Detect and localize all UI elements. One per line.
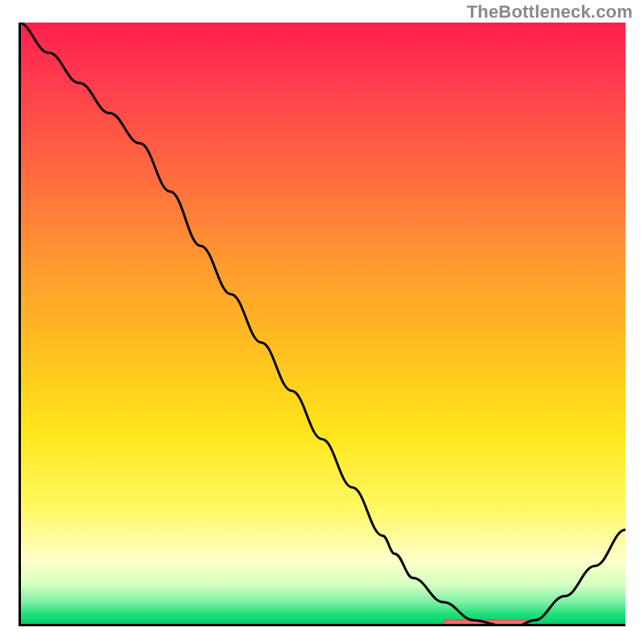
bottleneck-curve xyxy=(19,23,625,626)
chart-stage: TheBottleneck.com xyxy=(0,0,644,644)
plot-area xyxy=(19,23,625,626)
curve-layer xyxy=(19,23,625,626)
attribution-text: TheBottleneck.com xyxy=(467,2,633,23)
